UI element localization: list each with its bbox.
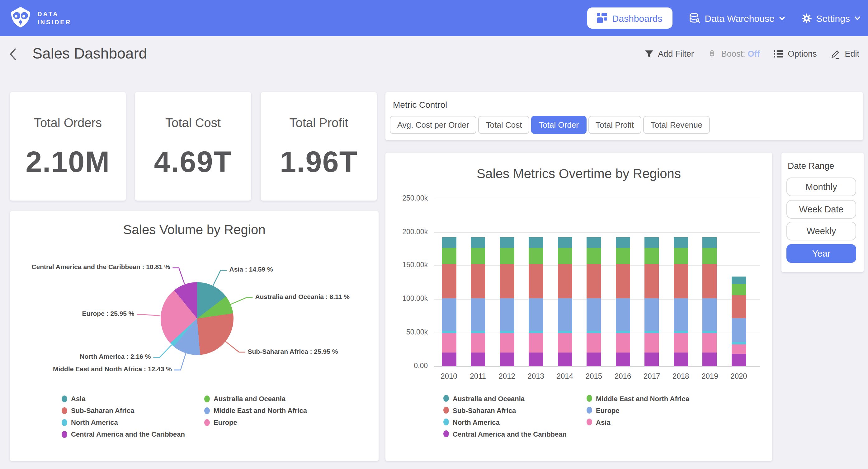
- nav-data-warehouse[interactable]: Data Warehouse: [689, 12, 785, 24]
- y-axis-tick: 250.00k: [391, 194, 428, 202]
- legend-dot: [443, 418, 449, 426]
- pie-slice-label: Middle East and North Africa : 12.43 %: [53, 365, 172, 373]
- y-axis-tick: 50.00k: [391, 328, 428, 336]
- bar-segment: [703, 333, 717, 353]
- metric-button-total-profit[interactable]: Total Profit: [588, 116, 641, 134]
- bar-segment: [674, 264, 688, 298]
- legend-item[interactable]: Australia and Oceania: [204, 393, 307, 405]
- legend-item[interactable]: Europe: [204, 416, 307, 428]
- kpi-value: 1.96T: [261, 145, 377, 179]
- date-range-title: Date Range: [788, 161, 834, 171]
- x-axis-tick: 2020: [724, 372, 753, 380]
- bar-segment: [645, 353, 659, 366]
- gridline: [434, 199, 760, 199]
- legend-dot: [587, 407, 592, 414]
- pie-callout-line: [225, 341, 245, 352]
- date-range-button-year[interactable]: Year: [786, 244, 856, 263]
- bar-segment: [674, 353, 688, 366]
- nav-settings[interactable]: Settings: [801, 13, 861, 23]
- legend-label: Asia: [596, 418, 611, 426]
- legend-item[interactable]: North America: [62, 416, 185, 428]
- legend-item[interactable]: Europe: [587, 404, 689, 416]
- edit-button[interactable]: Edit: [830, 49, 859, 59]
- boost-state: Off: [747, 49, 760, 59]
- gridline: [434, 232, 760, 233]
- bar-segment: [616, 298, 630, 331]
- legend-dot: [587, 418, 592, 426]
- bar-segment: [587, 333, 601, 353]
- list-options-icon: [773, 49, 783, 59]
- bar-segment: [587, 248, 601, 264]
- x-axis-tick: 2018: [666, 372, 695, 380]
- legend-item[interactable]: Central America and the Caribbean: [443, 428, 567, 440]
- bar-segment: [616, 264, 630, 298]
- pie-callout-line: [153, 345, 172, 357]
- x-axis-tick: 2017: [638, 372, 666, 380]
- legend-item[interactable]: Asia: [587, 416, 689, 428]
- bar-segment: [587, 264, 601, 298]
- date-range-button-monthly[interactable]: Monthly: [786, 177, 856, 196]
- legend-item[interactable]: Sub-Saharan Africa: [62, 405, 185, 416]
- legend-label: North America: [71, 418, 118, 426]
- y-axis-tick: 150.00k: [391, 261, 428, 269]
- bar-segment: [703, 353, 717, 366]
- kpi-value: 4.69T: [135, 145, 251, 179]
- dashboard-grid-icon: [597, 13, 607, 23]
- kpi-label: Total Profit: [261, 116, 377, 130]
- add-filter-button[interactable]: Add Filter: [644, 49, 694, 59]
- options-button[interactable]: Options: [773, 49, 817, 59]
- legend-label: North America: [453, 418, 500, 426]
- x-axis-tick: 2011: [464, 372, 492, 380]
- legend-dot: [62, 395, 67, 402]
- bar-segment: [500, 264, 514, 298]
- legend-dot: [587, 395, 592, 402]
- bar-segment: [471, 248, 485, 264]
- bar-segment: [500, 331, 514, 333]
- x-axis-tick: 2012: [493, 372, 521, 380]
- bar-segment: [703, 264, 717, 298]
- y-axis-tick: 0.00: [391, 361, 428, 369]
- legend-item[interactable]: Central America and the Caribbean: [62, 428, 185, 440]
- boost-toggle[interactable]: Boost: Off: [708, 49, 760, 59]
- bar-segment: [645, 237, 659, 248]
- kpi-card: Total Orders2.10M: [10, 92, 126, 200]
- nav-dashboards-button[interactable]: Dashboards: [587, 7, 673, 29]
- legend-item[interactable]: Middle East and North Africa: [587, 392, 689, 404]
- bar-segment: [529, 333, 543, 353]
- x-axis-tick: 2015: [580, 372, 608, 380]
- legend-item[interactable]: Asia: [62, 393, 185, 405]
- metric-control-panel: Metric Control Avg. Cost per OrderTotal …: [385, 92, 863, 140]
- bar-segment: [703, 237, 717, 248]
- metric-button-total-revenue[interactable]: Total Revenue: [643, 116, 710, 134]
- bar-chart-title: Sales Metrics Overtime by Regions: [385, 166, 772, 181]
- legend-column: Middle East and North AfricaEuropeAsia: [587, 392, 689, 428]
- bar-segment: [442, 237, 456, 248]
- back-button[interactable]: [9, 47, 18, 61]
- metric-button-avg-cost-per-order[interactable]: Avg. Cost per Order: [390, 116, 477, 134]
- bar-segment: [674, 331, 688, 333]
- filter-funnel-icon: [644, 50, 653, 58]
- nav-dashboards-label: Dashboards: [612, 13, 662, 23]
- bar-segment: [529, 331, 543, 333]
- legend-label: Middle East and North Africa: [214, 407, 307, 414]
- date-range-button-weekly[interactable]: Weekly: [786, 222, 856, 240]
- metric-button-total-cost[interactable]: Total Cost: [478, 116, 530, 134]
- brand-text: DATAINSIDER: [37, 10, 71, 26]
- pie-chart-card: Sales Volume by Region Asia : 14.59 %Aus…: [10, 211, 379, 461]
- legend-item[interactable]: Australia and Oceania: [443, 392, 567, 404]
- gear-icon: [801, 13, 812, 23]
- pie-chart-title: Sales Volume by Region: [10, 222, 379, 237]
- x-axis-tick: 2016: [609, 372, 637, 380]
- date-range-button-week-date[interactable]: Week Date: [786, 200, 856, 218]
- metric-button-total-order[interactable]: Total Order: [531, 116, 586, 134]
- metric-control-title: Metric Control: [393, 100, 447, 110]
- bar-segment: [442, 298, 456, 331]
- bar-segment: [732, 345, 746, 354]
- legend-item[interactable]: North America: [443, 416, 567, 428]
- legend-item[interactable]: Sub-Saharan Africa: [443, 404, 567, 416]
- bar-segment: [471, 333, 485, 353]
- bar-segment: [500, 333, 514, 353]
- edit-pencil-icon: [830, 49, 840, 59]
- bar-segment: [558, 298, 572, 331]
- legend-item[interactable]: Middle East and North Africa: [204, 405, 307, 416]
